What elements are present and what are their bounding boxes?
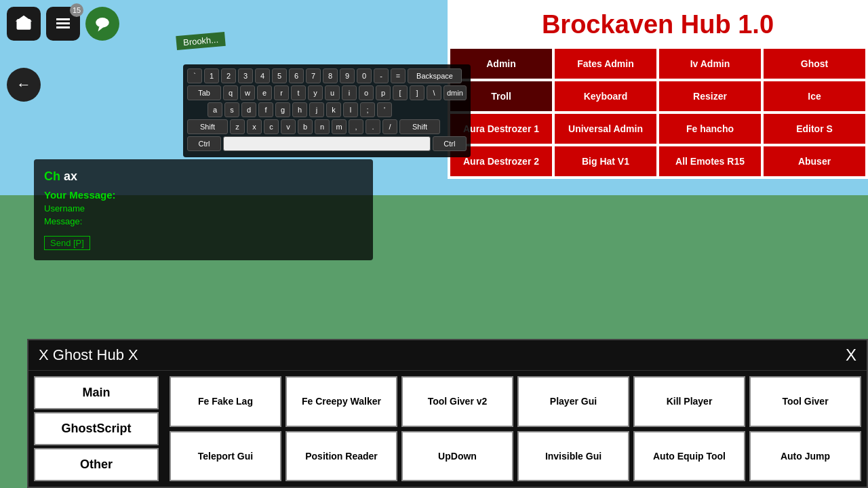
- ghost-btn-tool-giver[interactable]: Tool Giver: [749, 376, 861, 427]
- notification-badge: 15: [70, 3, 83, 17]
- key-k[interactable]: k: [326, 102, 341, 117]
- key-r[interactable]: r: [274, 85, 289, 100]
- key-period[interactable]: .: [366, 119, 380, 134]
- key-backspace[interactable]: Backspace: [408, 68, 462, 83]
- key-backslash[interactable]: \: [427, 85, 441, 100]
- key-rbracket[interactable]: ]: [410, 85, 425, 100]
- key-tab[interactable]: Tab: [187, 85, 221, 100]
- svg-marker-1: [16, 16, 33, 22]
- key-rshift[interactable]: Shift: [399, 119, 440, 134]
- key-m[interactable]: m: [332, 119, 347, 134]
- brock-btn-iv-admin[interactable]: Iv Admin: [659, 49, 761, 79]
- key-admin-partial[interactable]: dmin: [443, 85, 467, 100]
- ghost-btn-player-gui[interactable]: Player Gui: [517, 376, 629, 427]
- brock-btn-fe-hancho[interactable]: Fe hancho: [659, 114, 761, 144]
- key-v[interactable]: v: [281, 119, 296, 134]
- key-q[interactable]: q: [223, 85, 238, 100]
- ghost-close-button[interactable]: X: [846, 346, 856, 365]
- sidebar-btn-other[interactable]: Other: [34, 448, 159, 481]
- send-button[interactable]: Send [P]: [44, 236, 90, 250]
- key-g[interactable]: g: [275, 102, 290, 117]
- key-o[interactable]: o: [359, 85, 374, 100]
- ghost-btn-fe-fake-lag[interactable]: Fe Fake Lag: [170, 376, 281, 427]
- key-p[interactable]: p: [376, 85, 391, 100]
- back-button[interactable]: ←: [7, 68, 41, 102]
- key-rctrl[interactable]: Ctrl: [433, 136, 467, 151]
- key-4[interactable]: 4: [255, 68, 270, 83]
- ghost-btn-fe-creepy-walker[interactable]: Fe Creepy Walker: [285, 376, 397, 427]
- svg-point-5: [96, 18, 109, 28]
- brock-btn-ghost[interactable]: Ghost: [764, 49, 865, 79]
- sidebar-btn-main[interactable]: Main: [34, 376, 159, 409]
- key-d[interactable]: d: [241, 102, 256, 117]
- key-3[interactable]: 3: [238, 68, 253, 83]
- key-comma[interactable]: ,: [349, 119, 363, 134]
- key-0[interactable]: 0: [357, 68, 372, 83]
- key-t[interactable]: t: [291, 85, 306, 100]
- ghost-panel: X Ghost Hub X X Main GhostScript Other F…: [27, 339, 868, 488]
- ghost-btn-tool-giver-v2[interactable]: Tool Giver v2: [401, 376, 513, 427]
- key-semicolon[interactable]: ;: [360, 102, 375, 117]
- brock-btn-resizer[interactable]: Resizer: [659, 81, 761, 111]
- ghost-sidebar: Main GhostScript Other: [28, 371, 164, 487]
- key-w[interactable]: w: [240, 85, 255, 100]
- brock-btn-universal-admin[interactable]: Universal Admin: [555, 114, 656, 144]
- roblox-chat-icon[interactable]: [85, 7, 119, 41]
- keyboard-input-bar[interactable]: [223, 136, 431, 151]
- key-c[interactable]: c: [264, 119, 279, 134]
- ghost-btn-kill-player[interactable]: Kill Player: [633, 376, 745, 427]
- brock-btn-keyboard[interactable]: Keyboard: [555, 81, 656, 111]
- key-lbracket[interactable]: [: [393, 85, 408, 100]
- key-e[interactable]: e: [257, 85, 272, 100]
- username-label: Username: [44, 203, 363, 214]
- key-6[interactable]: 6: [289, 68, 304, 83]
- key-backtick[interactable]: `: [187, 68, 202, 83]
- ghost-btn-updown[interactable]: UpDown: [401, 431, 513, 482]
- ghost-btn-auto-equip-tool[interactable]: Auto Equip Tool: [633, 431, 745, 482]
- key-j[interactable]: j: [309, 102, 324, 117]
- key-x[interactable]: x: [247, 119, 262, 134]
- key-lctrl[interactable]: Ctrl: [187, 136, 221, 151]
- key-l[interactable]: l: [343, 102, 358, 117]
- brock-btn-big-hat[interactable]: Big Hat V1: [555, 146, 656, 176]
- ghost-grid: Fe Fake Lag Fe Creepy Walker Tool Giver …: [164, 371, 867, 487]
- key-lshift[interactable]: Shift: [187, 119, 228, 134]
- key-n[interactable]: n: [315, 119, 330, 134]
- key-i[interactable]: i: [342, 85, 357, 100]
- key-y[interactable]: y: [308, 85, 323, 100]
- sidebar-btn-ghostscript[interactable]: GhostScript: [34, 412, 159, 445]
- key-a[interactable]: a: [208, 102, 222, 117]
- key-u[interactable]: u: [325, 85, 340, 100]
- key-1[interactable]: 1: [204, 68, 219, 83]
- key-equals[interactable]: =: [391, 68, 406, 83]
- ghost-btn-invisible-gui[interactable]: Invisible Gui: [517, 431, 629, 482]
- key-7[interactable]: 7: [306, 68, 321, 83]
- roblox-menu-icon[interactable]: 15: [46, 7, 80, 41]
- key-minus[interactable]: -: [374, 68, 389, 83]
- key-h[interactable]: h: [292, 102, 307, 117]
- brock-btn-abuser[interactable]: Abuser: [764, 146, 865, 176]
- brock-panel: Brockaven Hub 1.0 Admin Fates Admin Iv A…: [448, 0, 868, 179]
- ghost-btn-auto-jump[interactable]: Auto Jump: [749, 431, 861, 482]
- ghost-btn-teleport-gui[interactable]: Teleport Gui: [170, 431, 281, 482]
- key-quote[interactable]: ': [377, 102, 392, 117]
- chat-header: Ch ax: [44, 169, 363, 184]
- key-5[interactable]: 5: [272, 68, 287, 83]
- key-z[interactable]: z: [230, 119, 245, 134]
- svg-rect-3: [56, 22, 70, 24]
- ghost-title: X Ghost Hub X: [39, 346, 138, 364]
- key-2[interactable]: 2: [221, 68, 236, 83]
- roblox-home-icon[interactable]: [7, 7, 41, 41]
- key-s[interactable]: s: [224, 102, 239, 117]
- brock-btn-ice[interactable]: Ice: [764, 81, 865, 111]
- key-8[interactable]: 8: [323, 68, 338, 83]
- key-b[interactable]: b: [298, 119, 313, 134]
- brock-btn-fates-admin[interactable]: Fates Admin: [555, 49, 656, 79]
- brock-btn-editor-s[interactable]: Editor S: [764, 114, 865, 144]
- key-f[interactable]: f: [258, 102, 273, 117]
- key-slash[interactable]: /: [382, 119, 397, 134]
- brock-btn-all-emotes[interactable]: All Emotes R15: [659, 146, 761, 176]
- key-9[interactable]: 9: [340, 68, 355, 83]
- ghost-btn-position-reader[interactable]: Position Reader: [285, 431, 397, 482]
- svg-rect-4: [56, 26, 70, 28]
